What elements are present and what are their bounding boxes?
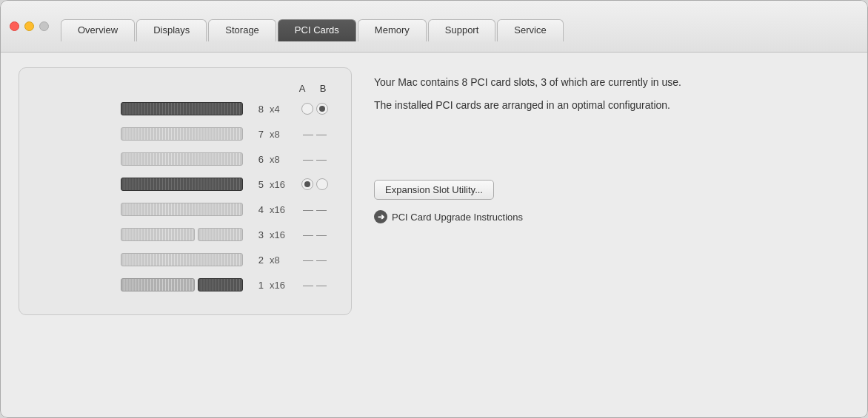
slot-row-6: 6 x8 — —: [34, 149, 336, 169]
slot-5-indicator-b: [316, 178, 328, 190]
slot-num-4: 4: [249, 204, 264, 215]
slot-speed-8: x4: [270, 104, 293, 115]
slot-bars-5: [34, 178, 243, 191]
zoom-button[interactable]: [39, 21, 49, 31]
slot-1-dash-a: —: [303, 279, 313, 291]
slot-bar-5-right: [121, 178, 243, 191]
slot-8-indicator-a: [301, 103, 313, 115]
slot-row-4: 4 x16 — —: [34, 199, 336, 220]
slot-bar-1-left: [121, 278, 195, 291]
slot-bars-6: [34, 152, 243, 166]
tab-displays[interactable]: Displays: [136, 19, 207, 41]
slot-4-dash-b: —: [316, 203, 327, 215]
slot-6-dash-a: —: [303, 153, 313, 165]
slot-num-8: 8: [249, 104, 264, 115]
slot-bar-1-right: [198, 278, 243, 291]
slot-row-7: 7 x8 — —: [34, 124, 336, 144]
col-a-header: A: [292, 83, 313, 94]
slot-num-3: 3: [249, 229, 264, 240]
content-area: A B 8 x4: [1, 53, 867, 417]
tab-bar: Overview Displays Storage PCI Cards Memo…: [61, 19, 858, 41]
slot-row-8: 8 x4: [34, 98, 336, 119]
slot-bar-7-right: [121, 127, 243, 141]
info-panel: Your Mac contains 8 PCI card slots, 3 of…: [374, 67, 849, 223]
info-text-2: The installed PCI cards are arranged in …: [374, 98, 849, 113]
slot-num-1: 1: [249, 280, 264, 291]
upgrade-link[interactable]: ➔ PCI Card Upgrade Instructions: [374, 210, 849, 223]
tab-storage[interactable]: Storage: [208, 19, 276, 41]
slot-6-dash-b: —: [316, 153, 327, 165]
slot-speed-3: x16: [270, 229, 293, 240]
slot-indicators-1: — —: [293, 279, 336, 291]
slot-3-dash-a: —: [303, 229, 313, 240]
slot-indicators-5: [293, 178, 336, 190]
traffic-lights: [10, 21, 49, 31]
slot-speed-7: x8: [270, 129, 293, 140]
minimize-button[interactable]: [24, 21, 34, 31]
slot-indicators-6: — —: [293, 153, 336, 165]
upgrade-icon: ➔: [374, 210, 387, 223]
slot-row-1: 1 x16 — —: [34, 274, 336, 295]
slot-2-dash-a: —: [303, 254, 313, 266]
titlebar: Overview Displays Storage PCI Cards Memo…: [1, 1, 867, 53]
slot-speed-5: x16: [270, 179, 293, 190]
slot-bars-4: [34, 203, 243, 216]
slot-bar-3-left: [121, 228, 195, 241]
slot-7-dash-b: —: [316, 128, 327, 140]
slot-7-dash-a: —: [303, 128, 313, 140]
slot-speed-6: x8: [270, 154, 293, 165]
slot-row-3: 3 x16 — —: [34, 224, 336, 245]
slot-5-indicator-a: [301, 178, 313, 190]
slot-3-dash-b: —: [316, 229, 327, 240]
tab-memory[interactable]: Memory: [358, 19, 427, 41]
slot-bar-4-right: [121, 203, 243, 216]
slot-bar-2-right: [121, 253, 243, 266]
slot-indicators-2: — —: [293, 254, 336, 266]
slot-indicators-4: — —: [293, 203, 336, 215]
slot-indicators-3: — —: [293, 229, 336, 240]
pci-diagram-panel: A B 8 x4: [19, 67, 352, 315]
tab-support[interactable]: Support: [428, 19, 496, 41]
expansion-slot-utility-button[interactable]: Expansion Slot Utility...: [374, 180, 494, 200]
tab-service[interactable]: Service: [497, 19, 563, 41]
slot-speed-2: x8: [270, 254, 293, 266]
slot-num-5: 5: [249, 179, 264, 190]
slot-num-6: 6: [249, 154, 264, 165]
main-window: Overview Displays Storage PCI Cards Memo…: [0, 0, 868, 418]
slot-num-7: 7: [249, 129, 264, 140]
slot-speed-4: x16: [270, 204, 293, 215]
slot-bars-3: [34, 228, 243, 241]
slot-8-indicator-b: [316, 103, 328, 115]
tab-pci-cards[interactable]: PCI Cards: [278, 19, 356, 41]
slot-num-2: 2: [249, 254, 264, 266]
slot-speed-1: x16: [270, 280, 293, 291]
col-b-header: B: [313, 83, 333, 94]
close-button[interactable]: [10, 21, 19, 31]
slot-indicators-7: — —: [293, 128, 336, 140]
slot-row-5: 5 x16: [34, 174, 336, 195]
slot-bars-1: [34, 278, 243, 291]
info-text-1: Your Mac contains 8 PCI card slots, 3 of…: [374, 75, 849, 90]
slot-bars-2: [34, 253, 243, 266]
slot-2-dash-b: —: [316, 254, 327, 266]
slot-1-dash-b: —: [316, 279, 327, 291]
column-headers: A B: [34, 83, 336, 94]
slot-bars-8: [34, 102, 243, 115]
slot-bars-7: [34, 127, 243, 141]
tab-overview[interactable]: Overview: [61, 19, 135, 41]
slot-bar-6-right: [121, 152, 243, 166]
info-description: Your Mac contains 8 PCI card slots, 3 of…: [374, 75, 849, 121]
slot-bar-3-right: [198, 228, 243, 241]
slot-row-2: 2 x8 — —: [34, 249, 336, 270]
upgrade-link-label: PCI Card Upgrade Instructions: [392, 212, 523, 223]
slot-bar-8-right: [121, 102, 243, 115]
slot-4-dash-a: —: [303, 203, 313, 215]
slot-indicators-8: [293, 103, 336, 115]
